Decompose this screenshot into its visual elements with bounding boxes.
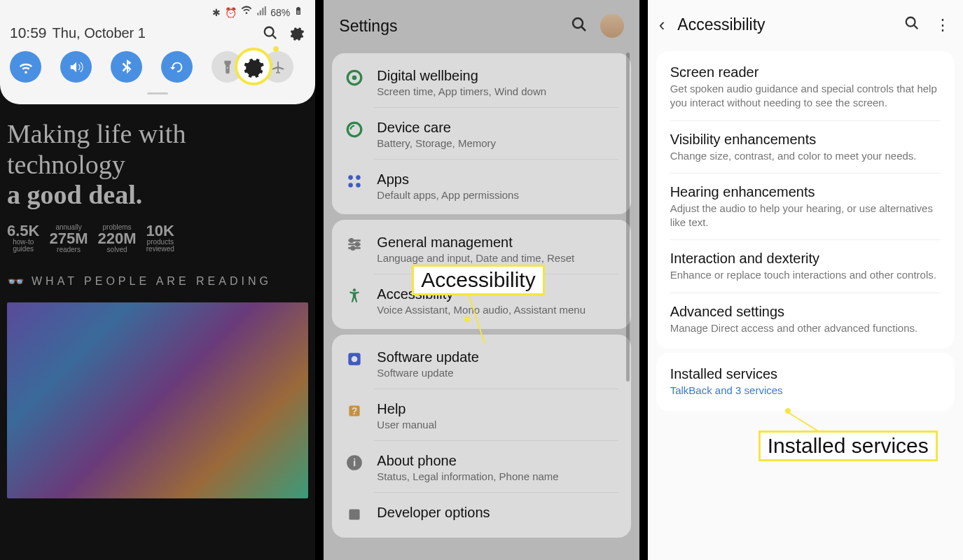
bluetooth-toggle[interactable] xyxy=(111,51,142,83)
settings-header: Settings xyxy=(324,0,639,48)
item-subtitle: TalkBack and 3 services xyxy=(670,384,941,398)
item-title: General management xyxy=(377,233,618,251)
time-date-row: 10:59 Thu, October 1 xyxy=(10,22,305,48)
notification-shade: ✱ ⏰ 68% 10:59 Thu, October 1 xyxy=(0,0,315,104)
scrollbar[interactable] xyxy=(626,52,630,546)
accessibility-group: Screen readerGet spoken audio guidance a… xyxy=(656,51,955,349)
panel-settings-list: Settings Digital wellbeingScreen time, A… xyxy=(319,0,643,560)
search-icon[interactable] xyxy=(262,24,279,41)
svg-point-6 xyxy=(352,76,357,80)
installed-services-callout: Installed services xyxy=(758,430,938,461)
item-subtitle: Voice Assistant, Mono audio, Assistant m… xyxy=(377,304,618,316)
settings-item-about[interactable]: iAbout phoneStatus, Legal information, P… xyxy=(332,441,630,493)
item-title: Software update xyxy=(377,348,618,366)
svg-point-8 xyxy=(349,175,354,180)
settings-group: Digital wellbeingScreen time, App timers… xyxy=(332,53,630,214)
profile-avatar[interactable] xyxy=(600,14,624,38)
sound-toggle[interactable] xyxy=(60,51,92,83)
settings-item-apps[interactable]: AppsDefault apps, App permissions xyxy=(332,160,630,211)
item-title: Digital wellbeing xyxy=(377,66,618,85)
accessibility-icon xyxy=(345,286,364,306)
item-subtitle: Get spoken audio guidance and special co… xyxy=(670,82,941,111)
settings-item-wellbeing[interactable]: Digital wellbeingScreen time, App timers… xyxy=(332,56,630,108)
settings-group: Software updateSoftware update?HelpUser … xyxy=(332,335,630,538)
settings-item-dev[interactable]: Developer options xyxy=(332,493,630,535)
item-title: Apps xyxy=(377,170,618,188)
accessibility-item[interactable]: Screen readerGet spoken audio guidance a… xyxy=(656,54,955,121)
item-subtitle: Adjust the audio to help your hearing, o… xyxy=(670,202,941,230)
item-subtitle: Battery, Storage, Memory xyxy=(377,137,618,149)
item-subtitle: Status, Legal information, Phone name xyxy=(377,470,618,482)
shade-handle[interactable] xyxy=(147,92,168,94)
battery-icon xyxy=(294,6,303,19)
item-title: Help xyxy=(377,400,618,418)
item-subtitle: Enhance or replace touch interactions an… xyxy=(670,268,941,282)
svg-rect-2 xyxy=(297,10,300,14)
accessibility-group: Installed servicesTalkBack and 3 service… xyxy=(656,353,955,411)
svg-point-14 xyxy=(352,246,354,249)
item-subtitle: User manual xyxy=(377,419,618,430)
rotate-toggle[interactable] xyxy=(161,51,193,83)
settings-item-help[interactable]: ?HelpUser manual xyxy=(332,389,630,441)
svg-point-22 xyxy=(906,17,915,26)
svg-point-11 xyxy=(356,183,361,188)
panel-quick-settings: ✱ ⏰ 68% 10:59 Thu, October 1 xyxy=(0,0,319,560)
wellbeing-icon xyxy=(345,68,364,88)
more-options-icon[interactable]: ⋮ xyxy=(934,16,952,34)
battery-percent: 68% xyxy=(270,7,290,18)
alarm-status-icon: ⏰ xyxy=(225,7,237,18)
settings-item-devicecare[interactable]: Device careBattery, Storage, Memory xyxy=(332,108,630,160)
settings-gear-icon[interactable] xyxy=(289,24,305,41)
accessibility-callout: Accessibility xyxy=(412,265,544,295)
accessibility-item[interactable]: Advanced settingsManage Direct access an… xyxy=(656,293,955,346)
svg-point-15 xyxy=(353,288,356,291)
accessibility-header: ‹ Accessibility ⋮ xyxy=(648,0,963,47)
reading-label: WHAT PEOPLE ARE READING xyxy=(32,275,272,288)
item-title: Visibility enhancements xyxy=(670,132,941,148)
callout-dot xyxy=(785,408,791,414)
dev-icon xyxy=(345,505,364,524)
svg-text:i: i xyxy=(353,456,356,468)
general-icon xyxy=(345,234,364,254)
item-title: Screen reader xyxy=(670,64,941,80)
scrollbar-thumb[interactable] xyxy=(626,52,630,382)
svg-point-4 xyxy=(573,18,583,28)
about-icon: i xyxy=(345,453,364,472)
svg-point-12 xyxy=(350,239,353,241)
article-image xyxy=(7,302,308,498)
item-subtitle: Language and input, Date and time, Reset xyxy=(377,252,618,264)
help-icon: ? xyxy=(345,401,364,421)
update-icon xyxy=(345,349,364,369)
svg-point-13 xyxy=(356,243,359,246)
accessibility-item[interactable]: Hearing enhancementsAdjust the audio to … xyxy=(656,174,955,241)
glasses-icon: 👓 xyxy=(7,273,25,290)
devicecare-icon xyxy=(345,120,364,139)
item-title: Hearing enhancements xyxy=(670,184,941,200)
date-label: Thu, October 1 xyxy=(53,25,146,41)
search-icon[interactable] xyxy=(903,15,921,35)
item-subtitle: Software update xyxy=(377,367,618,379)
back-arrow-icon[interactable]: ‹ xyxy=(659,14,665,36)
accessibility-item[interactable]: Visibility enhancementsChange size, cont… xyxy=(656,121,955,174)
stats-row: 6.5Khow-toguides annually275Mreaders pro… xyxy=(7,223,308,253)
svg-point-3 xyxy=(265,27,274,36)
item-title: About phone xyxy=(377,451,618,470)
item-title: Developer options xyxy=(377,503,618,522)
svg-rect-1 xyxy=(298,7,300,8)
bluetooth-status-icon: ✱ xyxy=(212,7,221,18)
item-subtitle: Change size, contrast, and color to meet… xyxy=(670,149,941,163)
item-title: Advanced settings xyxy=(670,304,941,320)
accessibility-item[interactable]: Interaction and dexterityEnhance or repl… xyxy=(656,240,955,293)
signal-status-icon xyxy=(256,6,266,18)
item-subtitle: Manage Direct access and other advanced … xyxy=(670,321,941,335)
settings-item-update[interactable]: Software updateSoftware update xyxy=(332,337,630,389)
wifi-toggle[interactable] xyxy=(10,51,41,83)
accessibility-title: Accessibility xyxy=(677,15,890,34)
accessibility-item[interactable]: Installed servicesTalkBack and 3 service… xyxy=(656,356,955,408)
time-label: 10:59 xyxy=(10,24,47,41)
search-icon[interactable] xyxy=(571,16,588,36)
item-subtitle: Default apps, App permissions xyxy=(377,189,618,201)
status-bar: ✱ ⏰ 68% xyxy=(10,6,305,22)
svg-point-7 xyxy=(348,122,362,136)
item-subtitle: Screen time, App timers, Wind down xyxy=(377,85,618,97)
